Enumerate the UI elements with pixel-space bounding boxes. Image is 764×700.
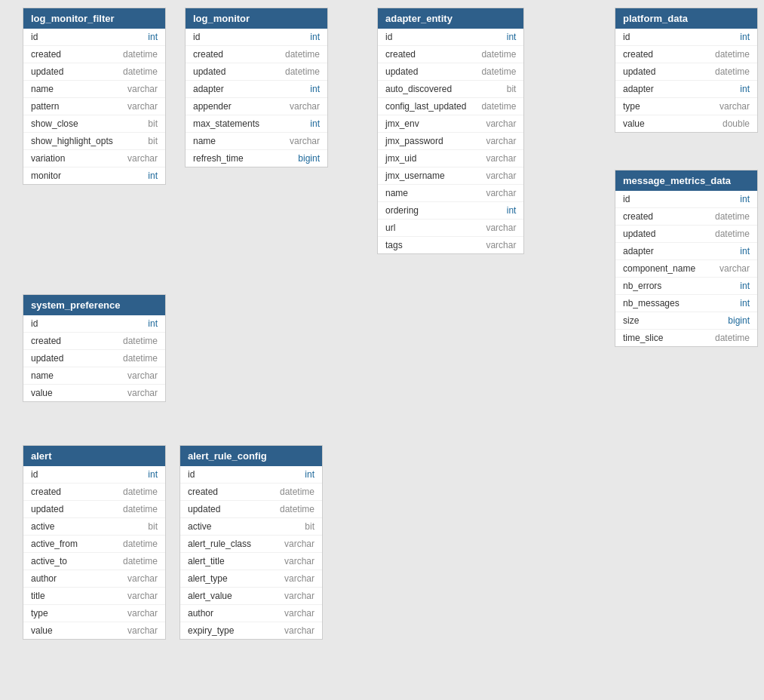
table-log_monitor_filter: log_monitor_filteridintcreateddatetimeup… xyxy=(23,8,166,185)
table-row: valuevarchar xyxy=(23,622,165,639)
table-body-adapter_entity: idintcreateddatetimeupdateddatetimeauto_… xyxy=(378,29,523,253)
field-name: refresh_time xyxy=(193,153,244,164)
field-type: int xyxy=(148,469,158,480)
field-name: component_name xyxy=(623,263,695,274)
field-type: varchar xyxy=(284,625,314,636)
field-type: varchar xyxy=(127,608,158,619)
field-type: int xyxy=(148,318,158,329)
field-name: active xyxy=(31,521,54,532)
field-name: id xyxy=(193,32,200,42)
table-row: valuevarchar xyxy=(23,385,165,401)
table-row: active_fromdatetime xyxy=(23,536,165,553)
table-body-alert: idintcreateddatetimeupdateddatetimeactiv… xyxy=(23,466,165,639)
field-name: ordering xyxy=(385,205,419,216)
table-row: idint xyxy=(186,29,327,46)
table-row: valuedouble xyxy=(615,115,757,132)
table-row: idint xyxy=(180,466,322,484)
field-name: title xyxy=(31,591,45,601)
field-name: alert_title xyxy=(188,556,225,566)
table-row: show_highlight_optsbit xyxy=(23,133,165,150)
table-body-message_metrics_data: idintcreateddatetimeupdateddatetimeadapt… xyxy=(615,191,757,346)
field-name: id xyxy=(623,194,630,204)
table-row: namevarchar xyxy=(23,367,165,385)
table-row: authorvarchar xyxy=(23,570,165,588)
table-row: expiry_typevarchar xyxy=(180,622,322,639)
field-name: adapter xyxy=(623,84,654,94)
field-name: adapter xyxy=(623,246,654,256)
field-type: datetime xyxy=(715,49,750,60)
table-row: max_statementsint xyxy=(186,115,327,133)
field-name: created xyxy=(193,49,223,60)
field-name: name xyxy=(193,136,216,146)
field-name: created xyxy=(31,336,61,346)
field-type: datetime xyxy=(123,49,158,60)
field-type: varchar xyxy=(486,223,516,233)
field-name: type xyxy=(623,101,640,112)
field-name: created xyxy=(31,49,61,60)
field-name: name xyxy=(385,188,408,198)
field-type: int xyxy=(507,32,517,42)
table-row: createddatetime xyxy=(378,46,523,63)
table-row: jmx_usernamevarchar xyxy=(378,167,523,185)
field-type: int xyxy=(305,469,314,480)
table-header-platform_data: platform_data xyxy=(615,8,757,29)
table-row: createddatetime xyxy=(23,333,165,350)
table-row: jmx_passwordvarchar xyxy=(378,133,523,150)
table-header-alert_rule_config: alert_rule_config xyxy=(180,446,322,466)
field-type: int xyxy=(740,281,750,291)
field-type: bigint xyxy=(298,153,320,164)
table-row: typevarchar xyxy=(23,605,165,622)
field-name: time_slice xyxy=(623,333,663,343)
table-row: time_slicedatetime xyxy=(615,330,757,346)
field-type: varchar xyxy=(486,118,516,129)
table-header-message_metrics_data: message_metrics_data xyxy=(615,170,757,191)
table-row: adapterint xyxy=(615,81,757,98)
field-name: expiry_type xyxy=(188,625,234,636)
field-name: created xyxy=(623,211,653,222)
table-row: show_closebit xyxy=(23,115,165,133)
field-name: active xyxy=(188,521,211,532)
field-type: bit xyxy=(305,521,314,532)
field-name: id xyxy=(623,32,630,42)
field-name: alert_type xyxy=(188,573,228,584)
table-body-system_preference: idintcreateddatetimeupdateddatetimenamev… xyxy=(23,315,165,401)
field-type: datetime xyxy=(715,333,750,343)
field-type: varchar xyxy=(127,573,158,584)
field-type: varchar xyxy=(127,101,158,112)
field-type: datetime xyxy=(715,211,750,222)
table-body-log_monitor: idintcreateddatetimeupdateddatetimeadapt… xyxy=(186,29,327,167)
field-name: value xyxy=(31,625,53,636)
table-row: updateddatetime xyxy=(378,63,523,81)
table-alert: alertidintcreateddatetimeupdateddatetime… xyxy=(23,445,166,640)
field-type: int xyxy=(740,246,750,256)
field-name: updated xyxy=(193,66,226,77)
table-row: createddatetime xyxy=(23,484,165,501)
table-system_preference: system_preferenceidintcreateddatetimeupd… xyxy=(23,294,166,402)
table-row: urlvarchar xyxy=(378,220,523,237)
table-row: updateddatetime xyxy=(23,350,165,367)
field-type: int xyxy=(148,32,158,42)
table-row: activebit xyxy=(180,518,322,536)
field-type: varchar xyxy=(284,556,314,566)
table-log_monitor: log_monitoridintcreateddatetimeupdatedda… xyxy=(185,8,328,167)
table-row: component_namevarchar xyxy=(615,260,757,278)
table-row: idint xyxy=(23,315,165,333)
table-row: auto_discoveredbit xyxy=(378,81,523,98)
field-type: bit xyxy=(148,136,158,146)
table-header-system_preference: system_preference xyxy=(23,295,165,315)
table-row: updateddatetime xyxy=(180,501,322,518)
field-type: bit xyxy=(148,118,158,129)
field-name: updated xyxy=(31,353,63,364)
field-name: max_statements xyxy=(193,118,259,129)
field-type: datetime xyxy=(481,66,516,77)
field-name: nb_messages xyxy=(623,298,680,309)
field-type: varchar xyxy=(486,136,516,146)
table-row: createddatetime xyxy=(186,46,327,63)
field-name: id xyxy=(31,318,38,329)
field-name: show_highlight_opts xyxy=(31,136,113,146)
field-type: datetime xyxy=(280,487,314,497)
field-name: jmx_env xyxy=(385,118,419,129)
field-name: id xyxy=(31,469,38,480)
field-name: created xyxy=(31,487,61,497)
field-type: varchar xyxy=(127,388,158,398)
